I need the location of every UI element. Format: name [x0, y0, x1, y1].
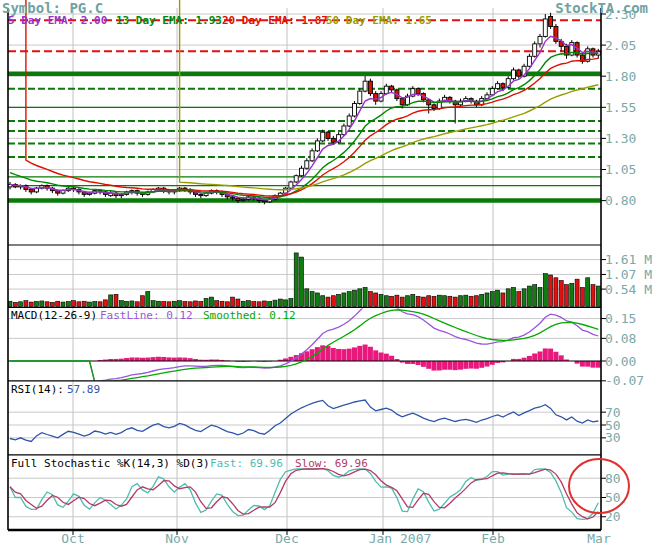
volume-bar-up — [93, 302, 97, 307]
volume-bar-up — [522, 289, 526, 307]
candle-up — [88, 193, 92, 194]
macd-histogram-bar — [591, 361, 596, 368]
macd-histogram-bar — [453, 361, 458, 370]
macd-axis-tick: 0.00 — [605, 354, 636, 369]
volume-bar-down — [427, 296, 431, 307]
volume-bar-down — [262, 301, 266, 307]
price-axis-tick: 0.80 — [605, 193, 636, 208]
candle-down — [390, 86, 394, 90]
volume-bar-up — [406, 296, 410, 307]
volume-bar-down — [400, 297, 404, 306]
volume-bar-down — [225, 302, 229, 307]
volume-bar-up — [130, 301, 134, 307]
volume-bar-up — [156, 301, 160, 306]
month-label: Oct — [61, 531, 84, 546]
month-label: Dec — [275, 531, 298, 546]
ema5-legend-item: 5 Day EMA: 2.00 — [8, 15, 107, 26]
volume-bar-up — [61, 302, 65, 306]
candle-down — [549, 16, 553, 26]
ema13-legend-item: 13 Day EMA: 1.93 — [116, 15, 222, 26]
rsi-line — [10, 400, 598, 442]
volume-bar-up — [347, 292, 351, 307]
volume-bar-up — [496, 290, 500, 306]
macd-axis-tick: 0.15 — [605, 311, 636, 326]
candle-down — [29, 189, 33, 191]
volume-bar-down — [50, 302, 54, 306]
volume-bar-up — [543, 274, 547, 307]
rsi-value: 57.89 — [67, 384, 100, 395]
ema50-line — [180, 0, 599, 190]
macd-axis-tick: -0.07 — [605, 373, 644, 388]
stoch-axis-tick: 50 — [605, 490, 621, 505]
macd-histogram-bar — [326, 346, 331, 361]
macd-histogram-bar — [458, 361, 463, 370]
volume-bar-up — [321, 296, 325, 307]
volume-bar-down — [215, 301, 219, 307]
volume-bar-up — [527, 286, 531, 306]
macd-histogram-bar — [384, 354, 389, 361]
month-label: Feb — [481, 531, 505, 546]
month-label: Nov — [165, 531, 189, 546]
volume-bar-down — [591, 285, 595, 307]
candle-down — [331, 138, 335, 142]
macd-histogram-bar — [442, 361, 447, 370]
volume-bar-down — [257, 302, 261, 307]
volume-bar-down — [501, 293, 505, 307]
candle-up — [310, 151, 314, 161]
volume-bar-down — [24, 301, 28, 307]
volume-bar-up — [490, 292, 494, 307]
macd-histogram-bar — [357, 346, 362, 361]
volume-bar-down — [135, 302, 139, 307]
volume-bar-up — [294, 253, 298, 307]
volume-bar-up — [358, 289, 362, 307]
volume-bar-down — [448, 296, 452, 306]
macd-histogram-bar — [156, 357, 161, 361]
candle-up — [347, 116, 351, 126]
candle-up — [358, 91, 362, 103]
candle-up — [363, 81, 367, 91]
volume-bar-down — [453, 297, 457, 306]
macd-histogram-bar — [331, 348, 336, 361]
month-label: Mar — [587, 531, 611, 546]
volume-axis-tick: 0.54 M — [605, 282, 652, 297]
volume-bar-up — [300, 257, 304, 306]
stochastic-highlight-circle — [569, 459, 629, 513]
macd-histogram-bar — [585, 361, 590, 367]
macd-histogram-bar — [580, 361, 585, 367]
volume-bar-down — [252, 302, 256, 307]
volume-bar-down — [141, 296, 145, 307]
macd-smoothed-line — [10, 310, 598, 383]
volume-bar-down — [421, 297, 425, 306]
volume-bar-down — [236, 299, 240, 306]
volume-bar-up — [363, 287, 367, 306]
candle-up — [305, 161, 309, 168]
candle-up — [315, 141, 319, 151]
macd-histogram-bar — [161, 357, 166, 361]
volume-bar-down — [368, 292, 372, 307]
macd-histogram-bar — [479, 361, 484, 368]
macd-fastline — [10, 304, 598, 382]
volume-bar-down — [114, 294, 118, 306]
volume-bar-down — [56, 301, 60, 306]
volume-bar-up — [315, 293, 319, 307]
price-axis-tick: 1.55 — [605, 100, 636, 115]
candle-down — [517, 70, 521, 76]
volume-axis-tick: 1.07 M — [605, 267, 652, 282]
volume-bar-up — [437, 295, 441, 306]
macd-histogram-bar — [347, 349, 352, 361]
macd-histogram-bar — [469, 361, 474, 369]
volume-bar-up — [596, 286, 600, 306]
macd-histogram-bar — [389, 356, 394, 361]
volume-bar-up — [310, 292, 314, 307]
candle-up — [353, 104, 357, 116]
volume-bar-up — [241, 301, 245, 306]
ema20-legend-item: 20 Day EMA: 1.87 — [222, 15, 328, 26]
volume-bar-up — [119, 301, 123, 307]
volume-bar-up — [459, 296, 463, 307]
volume-bar-up — [88, 302, 92, 306]
macd-axis-tick: 0.08 — [605, 331, 636, 346]
volume-bar-up — [247, 301, 251, 307]
volume-bar-up — [464, 295, 468, 306]
volume-bar-up — [570, 283, 574, 306]
volume-bar-up — [146, 292, 150, 307]
